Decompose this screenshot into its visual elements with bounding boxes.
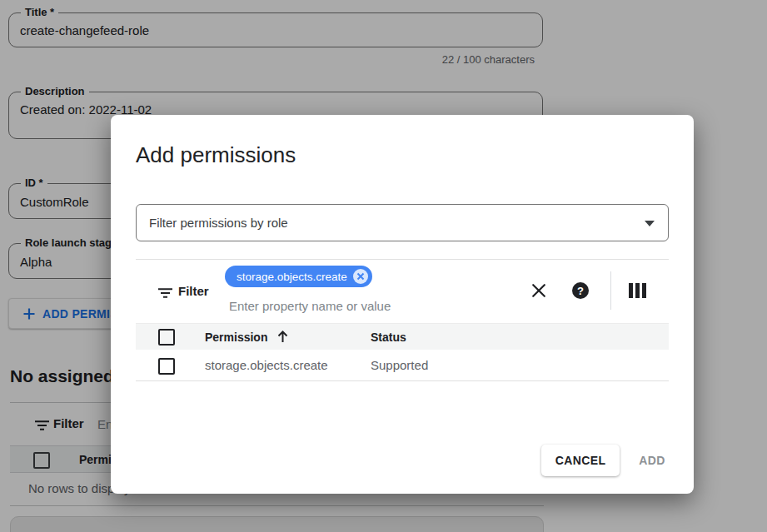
modal-filter-label[interactable]: Filter — [178, 284, 209, 298]
filter-chip-label: storage.objects.create — [237, 271, 347, 283]
column-status[interactable]: Status — [371, 331, 406, 344]
filter-permissions-by-role-select[interactable]: Filter permissions by role — [136, 204, 669, 241]
column-permission[interactable]: Permission — [205, 331, 267, 344]
filter-icon — [158, 286, 172, 301]
cell-status: Supported — [371, 358, 428, 372]
divider — [610, 271, 611, 310]
add-button[interactable]: ADD — [630, 445, 674, 476]
help-icon[interactable]: ? — [572, 282, 589, 299]
row-checkbox[interactable] — [158, 358, 175, 375]
cancel-button[interactable]: CANCEL — [541, 445, 620, 476]
cell-permission: storage.objects.create — [205, 358, 328, 372]
clear-filter-icon[interactable] — [530, 282, 547, 299]
filter-chip[interactable]: storage.objects.create — [225, 266, 372, 287]
chip-remove-icon[interactable] — [353, 269, 368, 284]
table-row[interactable]: storage.objects.create Supported — [136, 350, 669, 381]
add-permissions-dialog: Add permissions Filter permissions by ro… — [111, 115, 694, 494]
dialog-title: Add permissions — [136, 142, 296, 168]
divider — [136, 259, 669, 260]
modal-table-header: Permission Status — [136, 323, 669, 350]
role-filter-placeholder: Filter permissions by role — [149, 216, 288, 230]
select-all-checkbox[interactable] — [158, 329, 175, 346]
chevron-down-icon — [645, 221, 655, 226]
sort-ascending-icon[interactable] — [276, 330, 290, 347]
modal-filter-input[interactable]: Enter property name or value — [229, 299, 391, 313]
columns-icon[interactable] — [629, 283, 646, 298]
